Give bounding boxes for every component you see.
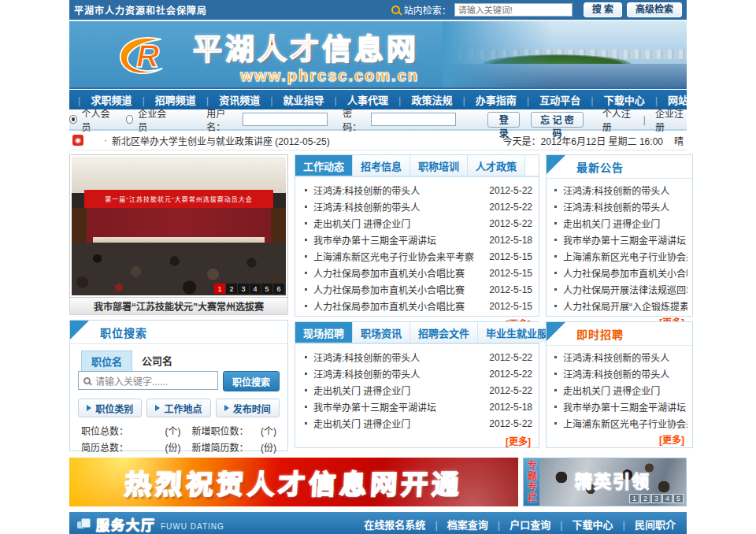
recruit-tabs: 现场招聘 职场资讯 招聘会文件 毕业生就业服务 (295, 322, 539, 344)
bullet-icon (305, 406, 307, 408)
personal-member-label[interactable]: 个人会员 (82, 106, 113, 133)
instant-title[interactable]: 我市举办第十三期金平湖讲坛 (563, 400, 687, 413)
forgot-password-button[interactable]: 忘 记 密 码 (531, 112, 583, 128)
search-button[interactable]: 搜 索 (584, 2, 622, 17)
instant-title[interactable]: 汪鸿涛:科技创新的带头人 (563, 350, 687, 364)
announcement-title[interactable]: 上海浦东新区光电子行业协会来平考 (563, 250, 687, 263)
site-title[interactable]: 平湖人才信息网 (193, 26, 419, 69)
password-input[interactable] (371, 113, 456, 126)
news-title[interactable]: 汪鸿涛:科技创新的带头人 (313, 350, 484, 364)
nav-item-guidance[interactable]: 就业指导 (260, 92, 324, 107)
instant-title[interactable]: 走出机关门 进得企业门 (563, 384, 687, 397)
tab-title-training[interactable]: 职称培训 (410, 155, 468, 176)
slide-page-2[interactable]: 2 (226, 284, 237, 294)
more-link[interactable]: [更多] (295, 433, 539, 451)
news-title[interactable]: 人力社保局参加市直机关小合唱比赛 (313, 299, 484, 313)
tab-work-news[interactable]: 工作动态 (295, 155, 353, 176)
bullet-icon (554, 189, 557, 191)
nav-item-home[interactable]: 首页 (47, 92, 68, 107)
announcement-title[interactable]: 人力社保局开展“入企锻炼提素质” (563, 299, 687, 313)
celebration-banner[interactable]: 热烈祝贺人才信息网开通 (69, 458, 518, 506)
slide-page-5[interactable]: 5 (261, 284, 272, 294)
news-title[interactable]: 我市举办第十三期金平湖讲坛 (313, 400, 484, 413)
instant-recruit-panel: 即时招聘 汪鸿涛:科技创新的带头人 汪鸿涛:科技创新的带头人 走出机关门 进得企… (546, 321, 693, 448)
company-member-label[interactable]: 企业会员 (138, 106, 169, 133)
news-title[interactable]: 走出机关门 进得企业门 (313, 384, 484, 397)
footer-link-archive-query[interactable]: 档案查询 (425, 517, 487, 532)
company-member-radio[interactable] (126, 115, 134, 124)
news-title[interactable]: 人力社保局参加市直机关小合唱比赛 (313, 266, 484, 280)
announcement-title[interactable]: 人力社保局开展法律法规巡回培训 (563, 283, 687, 296)
job-search-title: 职位搜索 (100, 324, 147, 340)
news-row: 走出机关门 进得企业门2012-5-22 (302, 382, 532, 399)
personal-register-link[interactable]: 个人注册 (602, 106, 634, 133)
tab-onsite-recruit[interactable]: 现场招聘 (295, 322, 353, 343)
job-search-button[interactable]: 职位搜索 (223, 371, 280, 391)
filter-location-button[interactable]: 工作地点 (146, 399, 210, 417)
announcement-title[interactable]: 汪鸿涛:科技创新的带头人 (563, 200, 687, 213)
photo-caption[interactable]: 我市部署“江苏技能状元”大赛常州选拔赛 (69, 298, 288, 315)
announcement-title[interactable]: 我市举办第十三期金平湖讲坛 (563, 233, 687, 247)
nav-item-service-guide[interactable]: 办事指南 (452, 92, 516, 107)
promo-image: 精英引领 1 2 3 4 5 (539, 458, 686, 506)
footer-link-online-signup[interactable]: 在线报名系统 (364, 517, 425, 532)
news-date: 2012-5-22 (489, 418, 532, 429)
slide-page-4[interactable]: 4 (250, 284, 261, 294)
news-title[interactable]: 走出机关门 进得企业门 (313, 217, 484, 230)
news-title[interactable]: 走出机关门 进得企业门 (313, 417, 484, 430)
nav-item-sitemap[interactable]: 网站地图 (645, 92, 709, 107)
special-topic-promo[interactable]: 专题专栏 精英引领 1 2 3 4 5 (523, 458, 687, 506)
filter-date-button[interactable]: 发布时间 (216, 399, 280, 417)
advanced-search-button[interactable]: 高级检索 (627, 2, 682, 17)
announcement-title[interactable]: 走出机关门 进得企业门 (563, 217, 687, 230)
username-input[interactable] (243, 113, 328, 126)
slide-page-1[interactable]: 1 (214, 284, 225, 294)
nav-item-policy[interactable]: 政策法规 (388, 92, 452, 107)
more-link[interactable]: [更多] (547, 432, 692, 449)
tab-company-name[interactable]: 公司名 (132, 350, 182, 371)
tab-exam-info[interactable]: 招考信息 (353, 155, 410, 176)
footer-link-download[interactable]: 下载中心 (550, 517, 613, 532)
nav-item-news[interactable]: 资讯频道 (196, 92, 260, 107)
filter-category-button[interactable]: 职位类别 (78, 399, 142, 417)
keyword-input[interactable]: 请输入关键字...... (78, 371, 218, 390)
slide-page-6[interactable]: 6 (273, 284, 284, 294)
nav-item-hr-agency[interactable]: 人事代理 (324, 92, 388, 107)
personal-member-radio[interactable] (69, 115, 77, 124)
news-photo-slideshow[interactable]: 第一届“江苏技能状元”大赛常州选拔赛动员大会 1 2 3 4 5 6 (69, 154, 288, 298)
slide-page-3[interactable]: 3 (238, 284, 249, 294)
promo-page-2[interactable]: 2 (640, 494, 650, 503)
nav-item-recruit[interactable]: 招聘频道 (132, 92, 195, 107)
footer-link-hukou-query[interactable]: 户口查询 (488, 517, 550, 532)
news-title[interactable]: 汪鸿涛:科技创新的带头人 (313, 200, 484, 213)
tab-career-info[interactable]: 职场资讯 (353, 322, 410, 343)
company-register-link[interactable]: 企业注册 (655, 106, 687, 133)
site-logo-icon[interactable]: R (113, 31, 182, 81)
announcement-title[interactable]: 人力社保局参加市直机关小合唱比赛 (563, 266, 687, 280)
instant-title[interactable]: 上海浦东新区光电子行业协会来平考 (563, 417, 687, 430)
promo-page-5[interactable]: 5 (673, 494, 684, 503)
news-title[interactable]: 上海浦东新区光电子行业协会来平考察 (313, 250, 484, 263)
announcement-title[interactable]: 汪鸿涛:科技创新的带头人 (563, 184, 687, 197)
nav-item-jobseeker[interactable]: 求职频道 (68, 92, 132, 107)
promo-page-1[interactable]: 1 (629, 494, 639, 503)
promo-page-3[interactable]: 3 (651, 494, 662, 503)
footer-link-private-agency[interactable]: 民间职介 (613, 517, 676, 532)
job-search-panel: 职位搜索 职位名 公司名 请输入关键字...... 职位搜索 职位 (69, 320, 288, 451)
promo-page-4[interactable]: 4 (662, 494, 673, 503)
news-title[interactable]: 人力社保局参加市直机关小合唱比赛 (313, 283, 484, 296)
tab-jobfair-files[interactable]: 招聘会文件 (410, 322, 478, 343)
service-hall-subtitle: FUWU DATING (161, 522, 224, 531)
tab-talent-policy[interactable]: 人才政策 (468, 155, 525, 176)
instant-title[interactable]: 汪鸿涛:科技创新的带头人 (563, 367, 687, 380)
news-title[interactable]: 汪鸿涛:科技创新的带头人 (313, 367, 484, 380)
news-title[interactable]: 我市举办第十三期金平湖讲坛 (313, 233, 484, 247)
nav-item-interaction[interactable]: 互动平台 (517, 92, 580, 107)
site-search-input[interactable] (454, 3, 573, 17)
nav-item-download[interactable]: 下载中心 (580, 92, 644, 107)
ticker-news-link[interactable]: 新北区举办大学生创业与就业政策讲座 (2012-05-25) (112, 134, 330, 147)
tab-position-name[interactable]: 职位名 (81, 350, 132, 371)
news-title[interactable]: 汪鸿涛:科技创新的带头人 (313, 184, 484, 197)
login-button[interactable]: 登 录 (487, 112, 520, 128)
site-url[interactable]: www.phrcsc.com.cn (193, 67, 419, 85)
